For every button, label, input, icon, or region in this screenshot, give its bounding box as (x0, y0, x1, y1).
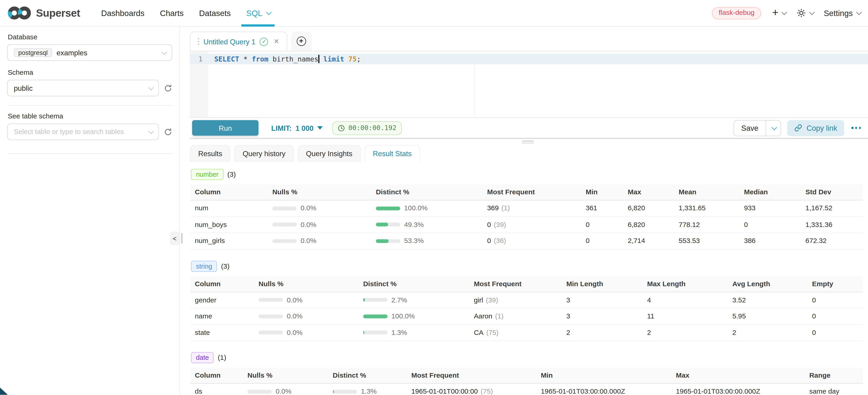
most-frequent-cell: CA(75) (469, 325, 562, 341)
nav-item-label: SQL (246, 9, 262, 18)
schema-select[interactable]: public (7, 80, 159, 96)
stats-section-string: string(3)ColumnNulls %Distinct %Most Fre… (190, 261, 868, 341)
distinct-bar (376, 206, 400, 210)
column-header: Distinct % (328, 368, 407, 384)
save-options-button[interactable] (766, 120, 780, 135)
most-frequent-cell: Aaron(1) (469, 308, 562, 325)
stat-cell: 0 (808, 292, 863, 308)
close-tab-icon[interactable]: ✕ (274, 38, 279, 45)
stat-cell: 2 (728, 325, 808, 341)
stat-cell: 2 (562, 325, 643, 341)
stats-section-date: date(1)ColumnNulls %Distinct %Most Frequ… (190, 352, 868, 395)
nulls-bar (258, 298, 283, 302)
result-tabs: ResultsQuery historyQuery InsightsResult… (190, 145, 868, 162)
most-frequent-cell: 369(1) (483, 201, 581, 217)
query-tab[interactable]: Untitled Query 1 ✓ ✕ (190, 32, 287, 51)
nulls-cell: 0.0% (268, 201, 371, 217)
stat-cell: 3 (562, 308, 643, 325)
chevron-down-icon (148, 85, 154, 90)
more-actions-button[interactable] (850, 125, 862, 131)
tab-result-stats[interactable]: Result Stats (365, 145, 420, 162)
link-icon (795, 124, 802, 132)
distinct-bar (363, 331, 388, 335)
theme-toggle[interactable] (797, 8, 813, 18)
tab-query-history[interactable]: Query history (234, 145, 294, 162)
collapse-sidebar-button[interactable]: < (170, 231, 179, 245)
column-header: Avg Length (728, 276, 808, 292)
column-header: Nulls % (268, 184, 371, 201)
code-content: SELECT * from birth_names limit 75; (208, 55, 361, 63)
new-query-tab-button[interactable]: + (297, 37, 306, 46)
stat-cell: 0 (740, 217, 801, 233)
database-select[interactable]: postgresql examples (7, 44, 172, 61)
limit-label: LIMIT: (271, 124, 291, 132)
column-header: Std Dev (801, 184, 863, 201)
nav-item-datasets[interactable]: Datasets (191, 0, 238, 26)
stat-cell: 0 (581, 217, 623, 233)
stats-sections: number(3)ColumnNulls %Distinct %Most Fre… (190, 162, 868, 395)
nulls-bar (248, 390, 272, 394)
table-select[interactable]: Select table or type to search tables (7, 123, 159, 140)
distinct-cell: 100.0% (359, 308, 469, 325)
column-header: Max (672, 368, 805, 384)
stat-cell: 0 (808, 308, 863, 325)
distinct-bar (376, 239, 400, 243)
column-header: Min Length (562, 276, 643, 292)
stat-cell: 5.95 (728, 308, 808, 325)
distinct-cell: 100.0% (371, 201, 483, 217)
sql-editor[interactable]: 1 SELECT * from birth_names limit 75; (190, 51, 868, 118)
plus-icon: + (772, 7, 778, 18)
stat-cell: 1965-01-01T03:00:00.000Z (536, 384, 672, 395)
distinct-bar (333, 390, 357, 394)
run-toolbar: Run LIMIT: 1 000 00:00:00.192 Save (190, 118, 868, 138)
refresh-icon (164, 127, 172, 136)
stat-cell: 1,331.65 (674, 201, 740, 217)
column-header: Empty (808, 276, 863, 292)
column-header: Median (740, 184, 801, 201)
sidebar-divider (7, 105, 172, 105)
resize-drag-handle[interactable] (522, 141, 534, 145)
refresh-schemas-button[interactable] (164, 84, 172, 92)
drag-handle-icon[interactable] (198, 38, 199, 45)
nulls-cell: 0.0% (268, 217, 371, 233)
nav-item-sql[interactable]: SQL (239, 0, 278, 26)
tab-results[interactable]: Results (190, 145, 230, 162)
copy-link-label: Copy link (807, 124, 837, 132)
nav-item-dashboards[interactable]: Dashboards (93, 0, 152, 26)
saved-check-icon: ✓ (260, 37, 268, 45)
chevron-down-icon (856, 9, 861, 14)
new-item-button[interactable]: + (772, 8, 785, 18)
limit-dropdown[interactable]: LIMIT: 1 000 (271, 124, 323, 132)
sidebar: Database postgresql examples Schema publ… (0, 27, 180, 395)
column-header: Mean (674, 184, 740, 201)
table-schema-label: See table schema (8, 113, 172, 120)
stat-cell: 1965-01-01T03:00:00.000Z (672, 384, 805, 395)
line-number: 1 (190, 55, 208, 63)
column-count: (3) (221, 262, 229, 270)
refresh-tables-button[interactable] (164, 127, 172, 136)
copy-link-button[interactable]: Copy link (787, 120, 844, 136)
vertical-scrollbar-thumb[interactable] (181, 233, 183, 244)
stats-table-number: ColumnNulls %Distinct %Most FrequentMinM… (190, 184, 863, 250)
column-header: Most Frequent (407, 368, 536, 384)
type-tag-date: date (191, 352, 214, 363)
stat-cell: 778.12 (674, 217, 740, 233)
nav-item-charts[interactable]: Charts (152, 0, 191, 26)
column-name-cell: num_girls (190, 233, 268, 249)
stats-section-number: number(3)ColumnNulls %Distinct %Most Fre… (190, 169, 868, 249)
save-button[interactable]: Save (734, 120, 766, 135)
nav-item-label: Dashboards (101, 9, 145, 18)
stat-cell: 933 (740, 201, 801, 217)
distinct-bar (363, 298, 388, 302)
main-panel: Untitled Query 1 ✓ ✕ + 1 SELECT * from b… (180, 27, 868, 395)
stat-cell: 1,331.36 (801, 217, 863, 233)
tab-query-insights[interactable]: Query Insights (298, 145, 361, 162)
query-tab-title: Untitled Query 1 (204, 37, 255, 45)
chevron-down-icon (772, 125, 777, 130)
column-name-cell: name (190, 308, 254, 325)
sidebar-divider (7, 153, 172, 154)
superset-logo[interactable]: Superset (7, 5, 80, 20)
run-button[interactable]: Run (192, 120, 258, 136)
stat-cell: 6,820 (623, 201, 674, 217)
settings-menu[interactable]: Settings (824, 9, 860, 18)
